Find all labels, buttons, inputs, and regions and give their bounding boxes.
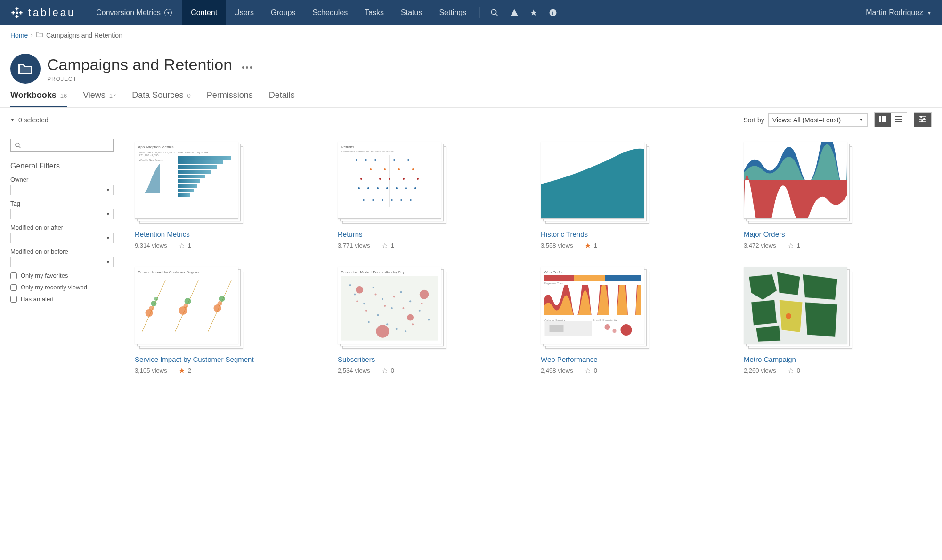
search-icon[interactable] <box>485 8 504 17</box>
svg-line-32 <box>19 146 21 148</box>
svg-point-92 <box>396 328 398 330</box>
favorite-count: 0 <box>391 367 394 374</box>
workbook-title-link[interactable]: Historic Trends <box>541 230 588 238</box>
sortby-label: Sort by <box>743 116 764 124</box>
star-icon[interactable]: ☆ <box>382 366 388 375</box>
nav-users[interactable]: Users <box>226 0 262 25</box>
nav-content[interactable]: Content <box>182 0 226 25</box>
svg-point-89 <box>368 321 370 323</box>
workbook-card: App Adoption Metrics Total Users 88,902 … <box>135 142 323 250</box>
nav-groups[interactable]: Groups <box>262 0 304 25</box>
alerts-icon[interactable] <box>504 8 524 17</box>
svg-point-26 <box>921 116 922 118</box>
filter-tag-select[interactable]: ▼ <box>10 209 114 219</box>
svg-point-40 <box>384 168 386 170</box>
svg-text:i: i <box>552 10 554 16</box>
workbook-title-link[interactable]: Retention Metrics <box>135 230 190 238</box>
svg-point-38 <box>407 159 409 161</box>
star-icon[interactable]: ☆ <box>788 366 794 375</box>
svg-point-55 <box>363 199 365 201</box>
nav-schedules[interactable]: Schedules <box>304 0 356 25</box>
filter-search-input[interactable] <box>10 139 114 152</box>
info-icon[interactable]: i <box>543 8 563 17</box>
tab-views[interactable]: Views17 <box>83 90 116 107</box>
tab-permissions[interactable]: Permissions <box>207 90 253 107</box>
svg-point-57 <box>382 199 383 201</box>
grid-view-button[interactable] <box>875 113 891 127</box>
workbook-title-link[interactable]: Service Impact by Customer Segment <box>135 355 254 363</box>
svg-point-90 <box>377 314 379 316</box>
nav-divider <box>479 7 480 18</box>
workbook-thumbnail[interactable]: Returns Annualized Returns vs. Market Co… <box>338 142 446 225</box>
workbook-card: Returns Annualized Returns vs. Market Co… <box>338 142 526 250</box>
filter-only-recent[interactable]: Only my recently viewed <box>10 284 114 291</box>
workbook-title-link[interactable]: Metro Campaign <box>744 355 796 363</box>
workbook-thumbnail[interactable]: Subscriber Market Penetration by City <box>338 267 446 351</box>
star-icon[interactable]: ☆ <box>788 241 794 250</box>
svg-point-35 <box>365 159 367 161</box>
svg-point-84 <box>391 307 393 309</box>
sort-select[interactable]: Views: All (Most–Least) ▼ <box>768 113 868 127</box>
favorites-icon[interactable]: ★ <box>524 8 543 18</box>
selection-dropdown[interactable]: ▼ 0 selected <box>10 116 49 124</box>
svg-point-77 <box>356 286 363 294</box>
star-icon[interactable]: ★ <box>179 366 185 375</box>
svg-rect-5 <box>13 11 14 15</box>
svg-point-105 <box>605 324 610 330</box>
workbook-title-link[interactable]: Major Orders <box>744 230 785 238</box>
user-menu[interactable]: Martin Rodriguez ▼ <box>855 8 942 17</box>
filter-mod-after-select[interactable]: ▼ <box>10 233 114 243</box>
nav-tasks[interactable]: Tasks <box>356 0 392 25</box>
more-actions-icon[interactable]: ••• <box>242 63 253 72</box>
workbook-views: 3,105 views <box>135 367 167 374</box>
nav-status[interactable]: Status <box>392 0 430 25</box>
workbook-thumbnail[interactable]: Service Impact by Customer Segment <box>135 267 243 351</box>
filter-only-favorites[interactable]: Only my favorites <box>10 272 114 279</box>
workbook-thumbnail[interactable] <box>744 142 852 225</box>
page-subtitle: PROJECT <box>47 76 253 82</box>
tab-details[interactable]: Details <box>269 90 295 107</box>
workbook-thumbnail[interactable] <box>744 267 852 351</box>
star-icon[interactable]: ☆ <box>585 366 591 375</box>
svg-point-95 <box>365 310 367 312</box>
site-selector[interactable]: Conversion Metrics ▾ <box>86 8 182 17</box>
svg-point-101 <box>421 303 423 304</box>
workbook-thumbnail[interactable] <box>541 142 649 225</box>
svg-point-41 <box>398 168 400 170</box>
svg-point-86 <box>409 300 411 302</box>
svg-point-39 <box>370 168 372 170</box>
tab-workbooks[interactable]: Workbooks16 <box>10 90 67 107</box>
workbook-title-link[interactable]: Web Performance <box>541 355 598 363</box>
tab-data-sources[interactable]: Data Sources0 <box>132 90 190 107</box>
svg-rect-74 <box>341 276 438 340</box>
filter-owner-select[interactable]: ▼ <box>10 185 114 195</box>
filter-toggle-button[interactable] <box>914 112 932 127</box>
filter-has-alert[interactable]: Has an alert <box>10 296 114 303</box>
svg-point-31 <box>16 143 19 146</box>
favorite-count: 1 <box>188 242 191 249</box>
svg-point-53 <box>405 187 407 189</box>
star-icon[interactable]: ☆ <box>179 241 185 250</box>
caret-down-icon: ▼ <box>103 188 110 192</box>
svg-rect-20 <box>882 120 884 122</box>
workbook-title-link[interactable]: Returns <box>338 230 363 238</box>
nav-settings[interactable]: Settings <box>430 0 475 25</box>
content-grid: App Adoption Metrics Total Users 88,902 … <box>124 132 942 384</box>
svg-point-73 <box>218 301 222 306</box>
content-tabs: Workbooks16 Views17 Data Sources0 Permis… <box>0 84 942 108</box>
tableau-logo[interactable]: tableau <box>0 6 86 19</box>
workbook-title-link[interactable]: Subscribers <box>338 355 375 363</box>
svg-point-96 <box>375 294 377 296</box>
favorite-count: 0 <box>797 367 800 374</box>
workbook-thumbnail[interactable]: App Adoption Metrics Total Users 88,902 … <box>135 142 243 225</box>
list-view-button[interactable] <box>891 113 907 127</box>
workbook-thumbnail[interactable]: Web Perfor… Pageview Trend Visits by Cou… <box>541 267 649 351</box>
filter-mod-before-select[interactable]: ▼ <box>10 257 114 267</box>
star-icon[interactable]: ★ <box>585 241 591 250</box>
svg-point-48 <box>358 187 360 189</box>
svg-point-94 <box>356 300 358 302</box>
svg-point-76 <box>420 290 429 299</box>
breadcrumb-home[interactable]: Home <box>10 32 28 39</box>
star-icon[interactable]: ☆ <box>382 241 388 250</box>
svg-rect-16 <box>879 118 881 120</box>
